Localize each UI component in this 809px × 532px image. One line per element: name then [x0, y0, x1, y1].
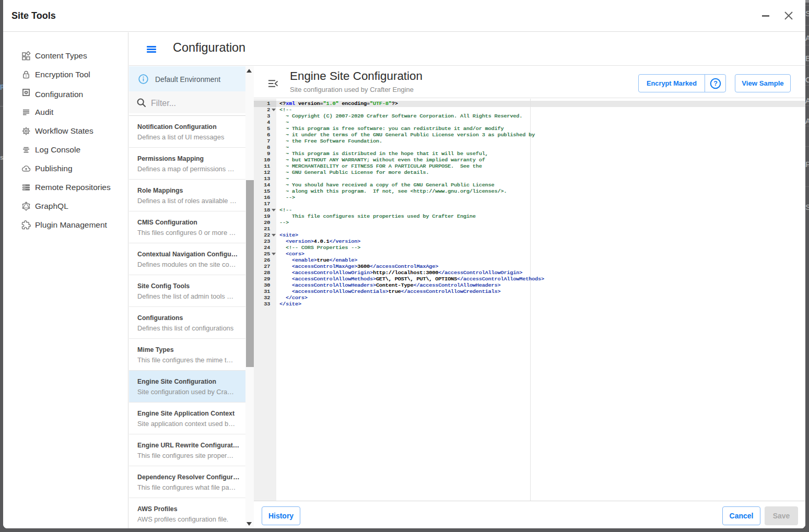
- svg-text:?: ?: [713, 80, 718, 87]
